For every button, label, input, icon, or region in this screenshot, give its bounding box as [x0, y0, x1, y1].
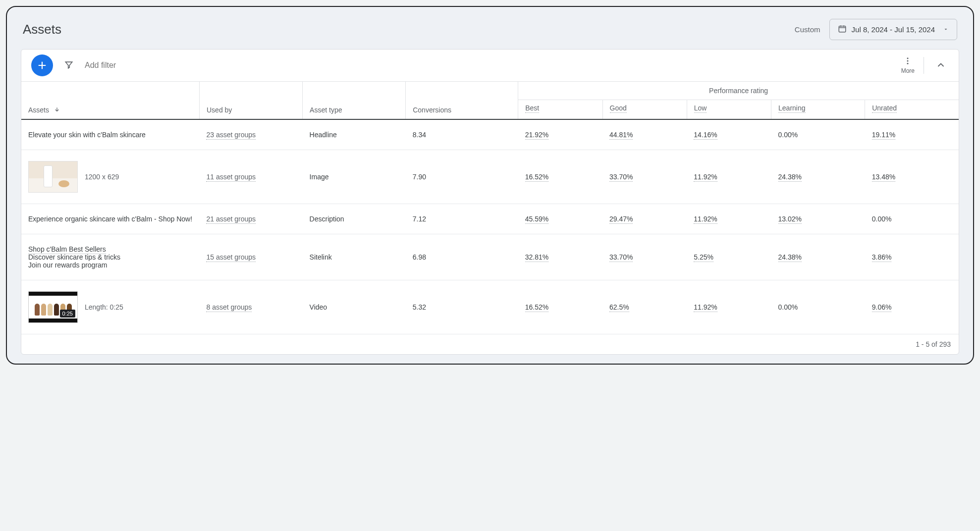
col-learning[interactable]: Learning	[771, 100, 865, 120]
asset-type-cell: Headline	[303, 119, 406, 150]
col-good[interactable]: Good	[602, 100, 687, 120]
low-cell[interactable]: 14.16%	[687, 119, 771, 150]
conversions-cell: 6.98	[406, 234, 518, 280]
col-unrated[interactable]: Unrated	[865, 100, 959, 120]
svg-point-3	[907, 63, 909, 64]
col-asset-type[interactable]: Asset type	[303, 82, 406, 119]
col-group-performance: Performance rating	[518, 82, 959, 100]
low-cell[interactable]: 11.92%	[687, 150, 771, 204]
conversions-cell: 5.32	[406, 280, 518, 334]
svg-point-2	[907, 60, 909, 62]
used-by-cell[interactable]: 21 asset groups	[199, 204, 302, 234]
date-range-picker[interactable]: Jul 8, 2024 - Jul 15, 2024	[829, 19, 957, 40]
sitelink-desc-2: Join our rewards program	[28, 261, 192, 269]
used-by-cell[interactable]: 8 asset groups	[199, 280, 302, 334]
conversions-cell: 8.34	[406, 119, 518, 150]
video-thumbnail[interactable]: 0:25	[28, 291, 78, 323]
more-label: More	[901, 67, 915, 74]
sitelink-desc-1: Discover skincare tips & tricks	[28, 253, 192, 261]
asset-type-cell: Image	[303, 150, 406, 204]
best-cell[interactable]: 32.81%	[518, 234, 602, 280]
conversions-cell: 7.90	[406, 150, 518, 204]
more-vert-icon	[903, 56, 912, 65]
low-cell[interactable]: 5.25%	[687, 234, 771, 280]
collapse-button[interactable]	[933, 57, 949, 74]
col-assets[interactable]: Assets	[21, 82, 199, 119]
col-used-by[interactable]: Used by	[199, 82, 302, 119]
image-dimensions: 1200 x 629	[85, 173, 119, 181]
toolbar-divider	[924, 57, 924, 74]
toolbar-right: More	[901, 56, 949, 74]
learning-cell: 0.00%	[771, 119, 865, 150]
asset-cell: 1200 x 629	[21, 150, 199, 204]
sort-down-icon	[54, 106, 60, 114]
good-cell[interactable]: 33.70%	[602, 150, 687, 204]
table-row[interactable]: Elevate your skin with c'Balm skincare 2…	[21, 119, 959, 150]
best-cell[interactable]: 21.92%	[518, 119, 602, 150]
unrated-cell[interactable]: 19.11%	[865, 119, 959, 150]
good-cell[interactable]: 33.70%	[602, 234, 687, 280]
table-row[interactable]: Shop c'Balm Best Sellers Discover skinca…	[21, 234, 959, 280]
calendar-icon	[838, 24, 847, 35]
good-cell[interactable]: 29.47%	[602, 204, 687, 234]
image-thumbnail[interactable]	[28, 161, 78, 193]
caret-down-icon	[943, 25, 949, 34]
date-mode-label: Custom	[795, 25, 820, 34]
table-row[interactable]: 1200 x 629 11 asset groups Image 7.90 16…	[21, 150, 959, 204]
page-title: Assets	[23, 22, 61, 37]
col-best[interactable]: Best	[518, 100, 602, 120]
pagination-label: 1 - 5 of 293	[21, 334, 959, 354]
toolbar: More	[21, 50, 959, 82]
table-row[interactable]: Experience organic skincare with c'Balm …	[21, 204, 959, 234]
best-cell[interactable]: 45.59%	[518, 204, 602, 234]
add-filter-input[interactable]	[85, 61, 890, 70]
unrated-cell: 0.00%	[865, 204, 959, 234]
video-duration-badge: 0:25	[60, 310, 75, 318]
best-cell[interactable]: 16.52%	[518, 150, 602, 204]
content-panel: More Assets	[21, 49, 959, 355]
learning-cell[interactable]: 24.38%	[771, 150, 865, 204]
more-menu[interactable]: More	[901, 56, 915, 74]
conversions-cell: 7.12	[406, 204, 518, 234]
learning-cell: 0.00%	[771, 280, 865, 334]
used-by-cell[interactable]: 15 asset groups	[199, 234, 302, 280]
svg-rect-0	[839, 26, 846, 32]
asset-cell: 0:25 Length: 0:25	[21, 280, 199, 334]
table-row[interactable]: 0:25 Length: 0:25 8 asset groups Video 5…	[21, 280, 959, 334]
asset-type-cell: Sitelink	[303, 234, 406, 280]
good-cell[interactable]: 62.5%	[602, 280, 687, 334]
learning-cell[interactable]: 24.38%	[771, 234, 865, 280]
assets-table: Assets Used by Asset type Conversions Pe…	[21, 82, 959, 334]
asset-cell: Elevate your skin with c'Balm skincare	[21, 119, 199, 150]
low-cell[interactable]: 11.92%	[687, 204, 771, 234]
svg-point-1	[907, 57, 909, 59]
col-low[interactable]: Low	[687, 100, 771, 120]
col-conversions[interactable]: Conversions	[406, 82, 518, 119]
page-card: Assets Custom Jul 8, 2024 - Jul 15, 2024	[6, 6, 974, 365]
good-cell[interactable]: 44.81%	[602, 119, 687, 150]
asset-cell: Experience organic skincare with c'Balm …	[21, 204, 199, 234]
used-by-cell[interactable]: 23 asset groups	[199, 119, 302, 150]
date-range-text: Jul 8, 2024 - Jul 15, 2024	[852, 25, 935, 34]
add-button[interactable]	[31, 54, 53, 76]
asset-cell: Shop c'Balm Best Sellers Discover skinca…	[21, 234, 199, 280]
asset-type-cell: Video	[303, 280, 406, 334]
unrated-cell[interactable]: 13.48%	[865, 150, 959, 204]
unrated-cell[interactable]: 3.86%	[865, 234, 959, 280]
video-length-label: Length: 0:25	[85, 303, 123, 311]
asset-type-cell: Description	[303, 204, 406, 234]
used-by-cell[interactable]: 11 asset groups	[199, 150, 302, 204]
filter-icon[interactable]	[64, 60, 74, 71]
low-cell[interactable]: 11.92%	[687, 280, 771, 334]
learning-cell[interactable]: 13.02%	[771, 204, 865, 234]
unrated-cell[interactable]: 9.06%	[865, 280, 959, 334]
best-cell[interactable]: 16.52%	[518, 280, 602, 334]
header-right: Custom Jul 8, 2024 - Jul 15, 2024	[795, 19, 957, 40]
page-header: Assets Custom Jul 8, 2024 - Jul 15, 2024	[21, 7, 959, 49]
